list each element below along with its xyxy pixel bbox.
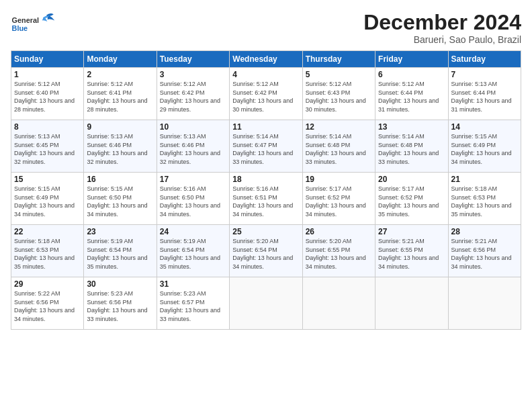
calendar-cell: 15Sunrise: 5:15 AMSunset: 6:49 PMDayligh… <box>11 173 84 225</box>
calendar-cell: 23Sunrise: 5:19 AMSunset: 6:54 PMDayligh… <box>84 225 157 277</box>
calendar-cell: 30Sunrise: 5:23 AMSunset: 6:56 PMDayligh… <box>84 277 157 330</box>
calendar-cell: 19Sunrise: 5:17 AMSunset: 6:52 PMDayligh… <box>302 173 375 225</box>
weekday-header-thursday: Thursday <box>302 51 375 68</box>
day-info: Sunrise: 5:23 AMSunset: 6:57 PMDaylight:… <box>160 289 226 323</box>
day-number: 21 <box>451 175 518 184</box>
day-info: Sunrise: 5:17 AMSunset: 6:52 PMDaylight:… <box>306 185 372 218</box>
day-info: Sunrise: 5:14 AMSunset: 6:48 PMDaylight:… <box>378 132 445 166</box>
calendar-cell: 12Sunrise: 5:14 AMSunset: 6:48 PMDayligh… <box>302 120 375 173</box>
day-number: 25 <box>232 227 299 236</box>
calendar-cell: 1Sunrise: 5:12 AMSunset: 6:40 PMDaylight… <box>11 68 84 120</box>
day-number: 3 <box>160 70 226 79</box>
weekday-header-wednesday: Wednesday <box>230 51 302 68</box>
page: General Blue December 2024 Barueri, Sao … <box>0 0 532 411</box>
calendar-week-row: 15Sunrise: 5:15 AMSunset: 6:49 PMDayligh… <box>11 173 521 225</box>
day-number: 12 <box>306 122 372 132</box>
day-number: 8 <box>14 122 81 132</box>
calendar-cell: 26Sunrise: 5:20 AMSunset: 6:55 PMDayligh… <box>302 225 375 277</box>
day-number: 30 <box>87 279 153 289</box>
day-info: Sunrise: 5:12 AMSunset: 6:41 PMDaylight:… <box>87 80 153 113</box>
svg-text:Blue: Blue <box>12 24 28 32</box>
day-info: Sunrise: 5:12 AMSunset: 6:42 PMDaylight:… <box>232 80 299 113</box>
calendar-cell: 6Sunrise: 5:12 AMSunset: 6:44 PMDaylight… <box>375 68 448 120</box>
calendar-cell: 10Sunrise: 5:13 AMSunset: 6:46 PMDayligh… <box>157 120 229 173</box>
calendar-cell: 11Sunrise: 5:14 AMSunset: 6:47 PMDayligh… <box>230 120 302 173</box>
day-info: Sunrise: 5:21 AMSunset: 6:56 PMDaylight:… <box>451 237 518 271</box>
calendar-cell: 21Sunrise: 5:18 AMSunset: 6:53 PMDayligh… <box>448 173 521 225</box>
day-number: 28 <box>451 227 518 236</box>
day-info: Sunrise: 5:16 AMSunset: 6:51 PMDaylight:… <box>232 185 299 218</box>
day-number: 19 <box>306 175 372 184</box>
day-number: 20 <box>378 175 445 184</box>
day-number: 4 <box>232 70 299 79</box>
weekday-header-saturday: Saturday <box>448 51 521 68</box>
calendar-cell: 14Sunrise: 5:15 AMSunset: 6:49 PMDayligh… <box>448 120 521 173</box>
calendar-cell <box>448 277 521 330</box>
day-info: Sunrise: 5:15 AMSunset: 6:49 PMDaylight:… <box>14 185 81 218</box>
day-number: 14 <box>451 122 518 132</box>
day-number: 24 <box>160 227 226 236</box>
weekday-header-monday: Monday <box>84 51 157 68</box>
day-info: Sunrise: 5:12 AMSunset: 6:42 PMDaylight:… <box>160 80 226 113</box>
calendar-cell: 17Sunrise: 5:16 AMSunset: 6:50 PMDayligh… <box>157 173 229 225</box>
day-info: Sunrise: 5:23 AMSunset: 6:56 PMDaylight:… <box>87 289 153 323</box>
day-info: Sunrise: 5:13 AMSunset: 6:45 PMDaylight:… <box>14 132 81 166</box>
day-number: 10 <box>160 122 226 132</box>
calendar-cell: 3Sunrise: 5:12 AMSunset: 6:42 PMDaylight… <box>157 68 229 120</box>
day-number: 13 <box>378 122 445 132</box>
calendar-cell: 4Sunrise: 5:12 AMSunset: 6:42 PMDaylight… <box>230 68 302 120</box>
weekday-header-friday: Friday <box>375 51 448 68</box>
day-info: Sunrise: 5:21 AMSunset: 6:55 PMDaylight:… <box>378 237 445 271</box>
calendar-cell <box>230 277 302 330</box>
svg-text:General: General <box>12 16 40 24</box>
calendar-week-row: 29Sunrise: 5:22 AMSunset: 6:56 PMDayligh… <box>11 277 521 330</box>
calendar-cell: 31Sunrise: 5:23 AMSunset: 6:57 PMDayligh… <box>157 277 229 330</box>
day-info: Sunrise: 5:19 AMSunset: 6:54 PMDaylight:… <box>87 237 153 271</box>
day-info: Sunrise: 5:13 AMSunset: 6:46 PMDaylight:… <box>160 132 226 166</box>
logo-svg: General Blue <box>11 11 58 38</box>
calendar-cell: 20Sunrise: 5:17 AMSunset: 6:52 PMDayligh… <box>375 173 448 225</box>
day-info: Sunrise: 5:15 AMSunset: 6:49 PMDaylight:… <box>451 132 518 166</box>
day-info: Sunrise: 5:22 AMSunset: 6:56 PMDaylight:… <box>14 289 81 323</box>
month-title: December 2024 <box>363 11 521 34</box>
day-info: Sunrise: 5:14 AMSunset: 6:48 PMDaylight:… <box>306 132 372 166</box>
day-number: 17 <box>160 175 226 184</box>
day-number: 16 <box>87 175 153 184</box>
calendar-cell: 29Sunrise: 5:22 AMSunset: 6:56 PMDayligh… <box>11 277 84 330</box>
day-number: 31 <box>160 279 226 289</box>
calendar-table: SundayMondayTuesdayWednesdayThursdayFrid… <box>11 50 521 330</box>
logo: General Blue <box>11 11 58 38</box>
calendar-cell: 24Sunrise: 5:19 AMSunset: 6:54 PMDayligh… <box>157 225 229 277</box>
header: General Blue December 2024 Barueri, Sao … <box>11 11 521 45</box>
calendar-cell: 25Sunrise: 5:20 AMSunset: 6:54 PMDayligh… <box>230 225 302 277</box>
weekday-header-tuesday: Tuesday <box>157 51 229 68</box>
day-info: Sunrise: 5:19 AMSunset: 6:54 PMDaylight:… <box>160 237 226 271</box>
calendar-cell <box>375 277 448 330</box>
day-info: Sunrise: 5:18 AMSunset: 6:53 PMDaylight:… <box>451 185 518 218</box>
day-info: Sunrise: 5:14 AMSunset: 6:47 PMDaylight:… <box>232 132 299 166</box>
day-info: Sunrise: 5:13 AMSunset: 6:46 PMDaylight:… <box>87 132 153 166</box>
day-number: 15 <box>14 175 81 184</box>
calendar-cell: 2Sunrise: 5:12 AMSunset: 6:41 PMDaylight… <box>84 68 157 120</box>
day-info: Sunrise: 5:17 AMSunset: 6:52 PMDaylight:… <box>378 185 445 218</box>
day-info: Sunrise: 5:15 AMSunset: 6:50 PMDaylight:… <box>87 185 153 218</box>
day-number: 29 <box>14 279 81 289</box>
weekday-header-sunday: Sunday <box>11 51 84 68</box>
calendar-week-row: 1Sunrise: 5:12 AMSunset: 6:40 PMDaylight… <box>11 68 521 120</box>
day-number: 9 <box>87 122 153 132</box>
calendar-cell: 9Sunrise: 5:13 AMSunset: 6:46 PMDaylight… <box>84 120 157 173</box>
calendar-cell: 22Sunrise: 5:18 AMSunset: 6:53 PMDayligh… <box>11 225 84 277</box>
calendar-cell: 16Sunrise: 5:15 AMSunset: 6:50 PMDayligh… <box>84 173 157 225</box>
weekday-header-row: SundayMondayTuesdayWednesdayThursdayFrid… <box>11 51 521 68</box>
day-number: 6 <box>378 70 445 79</box>
day-info: Sunrise: 5:12 AMSunset: 6:40 PMDaylight:… <box>14 80 81 113</box>
day-number: 26 <box>306 227 372 236</box>
calendar-week-row: 22Sunrise: 5:18 AMSunset: 6:53 PMDayligh… <box>11 225 521 277</box>
title-block: December 2024 Barueri, Sao Paulo, Brazil <box>363 11 521 45</box>
day-info: Sunrise: 5:20 AMSunset: 6:55 PMDaylight:… <box>306 237 372 271</box>
day-info: Sunrise: 5:16 AMSunset: 6:50 PMDaylight:… <box>160 185 226 218</box>
calendar-week-row: 8Sunrise: 5:13 AMSunset: 6:45 PMDaylight… <box>11 120 521 173</box>
day-number: 2 <box>87 70 153 79</box>
day-number: 1 <box>14 70 81 79</box>
calendar-cell: 27Sunrise: 5:21 AMSunset: 6:55 PMDayligh… <box>375 225 448 277</box>
